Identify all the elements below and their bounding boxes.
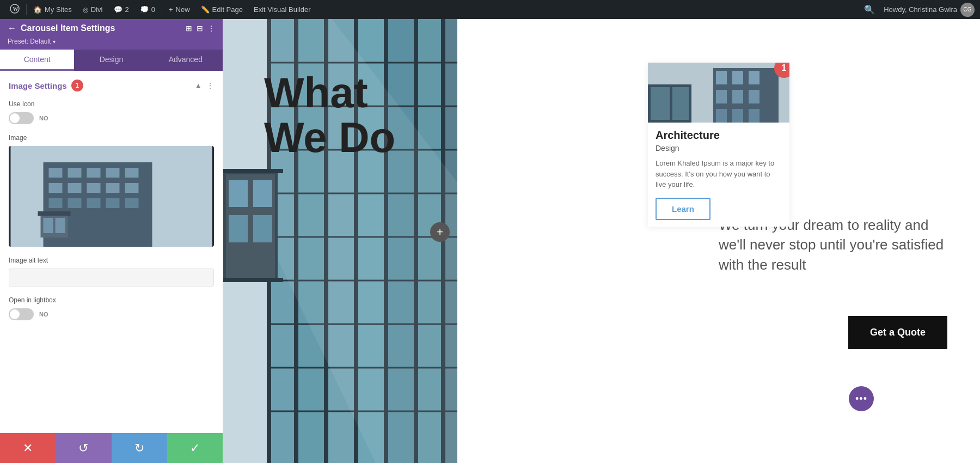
svg-rect-58 bbox=[716, 71, 727, 84]
user-menu[interactable]: Howdy, Christina Gwira CG bbox=[884, 3, 975, 17]
svg-rect-12 bbox=[106, 183, 120, 193]
bar-sep-1 bbox=[26, 4, 27, 15]
new-item[interactable]: + New bbox=[164, 0, 194, 19]
section-badge-text: 1 bbox=[75, 82, 79, 89]
my-sites-label: My Sites bbox=[45, 5, 72, 14]
image-field: Image bbox=[9, 134, 214, 247]
carousel-card-image: 1 bbox=[648, 63, 789, 123]
cancel-icon: ✕ bbox=[23, 441, 33, 455]
section-title-text: Image Settings bbox=[9, 81, 67, 90]
comment-icon: 💭 bbox=[140, 5, 149, 14]
new-comment-item[interactable]: 💭 0 bbox=[136, 0, 160, 19]
learn-label: Learn bbox=[672, 204, 694, 214]
svg-rect-51 bbox=[253, 180, 272, 207]
float-dots: ••• bbox=[855, 393, 867, 405]
save-icon: ✓ bbox=[190, 441, 200, 455]
panel-preset[interactable]: Preset: Default ▾ bbox=[0, 38, 223, 50]
svg-rect-18 bbox=[125, 198, 139, 208]
new-comment-count: 0 bbox=[151, 5, 155, 14]
svg-rect-6 bbox=[87, 168, 101, 178]
hero-what: What bbox=[264, 69, 368, 117]
svg-rect-66 bbox=[749, 109, 759, 123]
divi-item[interactable]: ◎ Divi bbox=[78, 0, 107, 19]
pencil-icon: ✏️ bbox=[201, 5, 210, 14]
svg-rect-10 bbox=[68, 183, 82, 193]
layout-icon[interactable]: ⊟ bbox=[197, 24, 203, 33]
svg-rect-4 bbox=[49, 168, 63, 178]
use-icon-field: Use Icon NO bbox=[9, 100, 214, 124]
image-preview-svg bbox=[9, 146, 214, 247]
new-label: New bbox=[176, 5, 190, 14]
section-title: Image Settings 1 bbox=[9, 80, 83, 92]
cancel-button[interactable]: ✕ bbox=[0, 433, 56, 463]
use-icon-toggle[interactable] bbox=[9, 112, 34, 124]
quote-btn-label: Get a Quote bbox=[870, 327, 926, 338]
exit-builder-label: Exit Visual Builder bbox=[254, 5, 311, 14]
svg-rect-19 bbox=[38, 211, 71, 216]
svg-rect-9 bbox=[49, 183, 63, 193]
edit-page-item[interactable]: ✏️ Edit Page bbox=[197, 0, 247, 19]
save-button[interactable]: ✓ bbox=[167, 433, 223, 463]
exit-builder-item[interactable]: Exit Visual Builder bbox=[249, 0, 315, 19]
collapse-icon[interactable]: ▲ bbox=[194, 81, 202, 90]
tab-advanced[interactable]: Advanced bbox=[149, 50, 223, 71]
panel-title: Carousel Item Settings bbox=[21, 23, 181, 33]
preset-arrow-icon: ▾ bbox=[53, 39, 56, 45]
lightbox-toggle[interactable] bbox=[9, 308, 34, 320]
learn-button[interactable]: Learn bbox=[656, 198, 710, 220]
tab-content-label: Content bbox=[24, 55, 51, 64]
back-arrow-icon[interactable]: ← bbox=[8, 23, 16, 33]
right-panel: What We Do + bbox=[223, 19, 980, 463]
svg-rect-65 bbox=[732, 109, 743, 123]
tab-advanced-label: Advanced bbox=[169, 55, 203, 64]
svg-rect-53 bbox=[253, 215, 272, 242]
undo-button[interactable]: ↺ bbox=[56, 433, 111, 463]
section-more-icon[interactable]: ⋮ bbox=[206, 81, 214, 90]
panel-footer: ✕ ↺ ↻ ✓ bbox=[0, 433, 223, 463]
section-icons: ▲ ⋮ bbox=[194, 81, 214, 90]
wp-admin-bar: W 🏠 My Sites ◎ Divi 💬 2 💭 0 + New ✏️ Ed bbox=[0, 0, 980, 19]
svg-rect-17 bbox=[106, 198, 120, 208]
lightbox-toggle-label: NO bbox=[39, 311, 48, 318]
carousel-card-img-svg bbox=[648, 63, 789, 123]
carousel-subtitle: Design bbox=[656, 144, 782, 153]
avatar: CG bbox=[960, 3, 975, 17]
panel-tabs: Content Design Advanced bbox=[0, 50, 223, 71]
hero-text: What We Do bbox=[264, 71, 395, 160]
svg-rect-54 bbox=[223, 169, 283, 173]
hero-we-do: We Do bbox=[264, 113, 395, 161]
comments-item[interactable]: 💬 2 bbox=[109, 0, 133, 19]
svg-rect-62 bbox=[732, 90, 743, 103]
lightbox-label: Open in lightbox bbox=[9, 296, 214, 304]
edit-page-label: Edit Page bbox=[212, 5, 243, 14]
bubble-icon: 💬 bbox=[114, 5, 122, 14]
tab-design[interactable]: Design bbox=[74, 50, 148, 71]
float-action-button[interactable]: ••• bbox=[849, 386, 874, 411]
my-sites-item[interactable]: 🏠 My Sites bbox=[29, 0, 76, 19]
panel-header: ← Carousel Item Settings ⊞ ⊟ ⋮ bbox=[0, 19, 223, 38]
plus-icon: + bbox=[169, 5, 173, 14]
more-icon[interactable]: ⋮ bbox=[207, 24, 215, 33]
svg-rect-69 bbox=[672, 87, 689, 120]
search-icon[interactable]: 🔍 bbox=[860, 4, 879, 15]
redo-button[interactable]: ↻ bbox=[112, 433, 167, 463]
house-icon: 🏠 bbox=[33, 5, 42, 14]
svg-rect-14 bbox=[49, 198, 63, 208]
toggle-knob bbox=[10, 113, 20, 123]
carousel-title: Architecture bbox=[656, 129, 782, 142]
comments-count: 2 bbox=[125, 5, 129, 14]
responsive-icon[interactable]: ⊞ bbox=[186, 24, 192, 33]
wp-logo[interactable]: W bbox=[5, 0, 24, 19]
panel-header-icons: ⊞ ⊟ ⋮ bbox=[186, 24, 215, 33]
tab-design-label: Design bbox=[100, 55, 124, 64]
tab-content[interactable]: Content bbox=[0, 50, 74, 71]
get-quote-button[interactable]: Get a Quote bbox=[848, 316, 947, 349]
undo-icon: ↺ bbox=[78, 441, 88, 455]
preset-label: Preset: Default bbox=[8, 38, 51, 45]
svg-rect-5 bbox=[68, 168, 82, 178]
add-element-button[interactable]: + bbox=[430, 222, 450, 242]
image-alt-text-input[interactable] bbox=[9, 269, 214, 287]
left-panel: ← Carousel Item Settings ⊞ ⊟ ⋮ Preset: D… bbox=[0, 19, 223, 463]
admin-bar-right: 🔍 Howdy, Christina Gwira CG bbox=[860, 3, 975, 17]
image-preview[interactable] bbox=[9, 146, 214, 247]
